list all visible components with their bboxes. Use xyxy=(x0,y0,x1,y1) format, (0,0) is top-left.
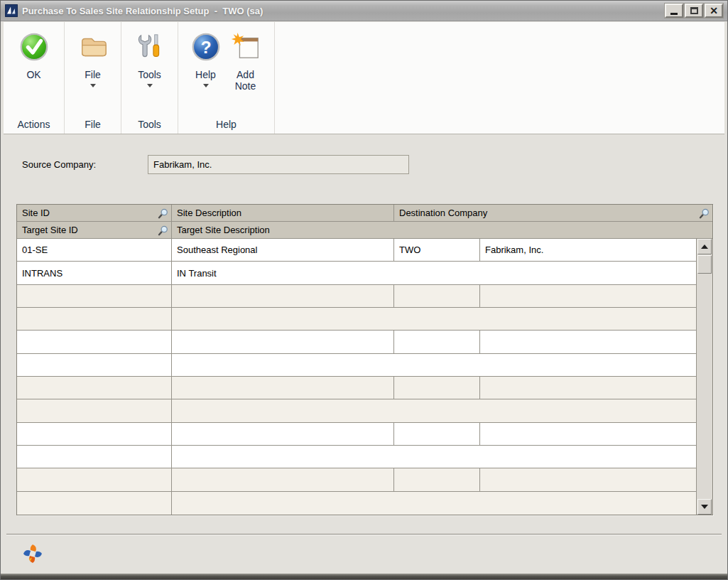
grid-record xyxy=(17,423,696,469)
cell-target-site-id[interactable] xyxy=(17,446,172,468)
cell-destination-company-id[interactable] xyxy=(394,377,480,399)
site-id-lookup-button[interactable] xyxy=(156,207,169,220)
grid-record-line1 xyxy=(17,377,696,399)
close-button[interactable]: ✕ xyxy=(705,4,723,18)
help-menu-label: Help xyxy=(195,69,216,80)
cell-destination-company-id[interactable] xyxy=(394,285,480,307)
cell-target-site-id[interactable] xyxy=(17,492,172,515)
ribbon-group-label-actions: Actions xyxy=(4,119,64,130)
ribbon-group-file: File File xyxy=(65,22,121,134)
help-menu-button[interactable]: ? Help xyxy=(188,31,224,89)
file-menu-button[interactable]: File xyxy=(75,31,111,89)
cell-target-site-id[interactable] xyxy=(17,354,172,376)
cell-target-site-id[interactable] xyxy=(17,399,172,421)
minimize-button[interactable] xyxy=(665,4,683,18)
cell-destination-company-name[interactable] xyxy=(480,377,696,399)
cell-site-description[interactable] xyxy=(172,468,394,491)
cell-target-site-description[interactable] xyxy=(172,492,696,515)
dynamics-gp-app-icon xyxy=(5,4,18,17)
column-header-destination-company: Destination Company xyxy=(394,205,712,221)
window-title: Purchase To Sales Site Relationship Setu… xyxy=(22,6,665,16)
target-site-id-lookup-button[interactable] xyxy=(156,224,169,237)
cell-site-id[interactable] xyxy=(17,468,172,491)
magnifier-icon xyxy=(158,208,168,219)
cell-destination-company-id[interactable] xyxy=(394,331,480,353)
grid-record-line1 xyxy=(17,468,696,492)
cell-target-site-description[interactable] xyxy=(172,354,696,376)
destination-company-lookup-button[interactable] xyxy=(697,207,710,220)
column-header-site-id: Site ID xyxy=(17,205,172,221)
cell-site-id[interactable] xyxy=(17,377,172,399)
grid-record-line2 xyxy=(17,308,696,331)
cell-destination-company-name[interactable] xyxy=(480,285,696,307)
grid-header-row-1: Site ID Site Description Destination Com… xyxy=(17,205,712,222)
column-header-site-description-label: Site Description xyxy=(177,208,241,218)
cell-site-id[interactable] xyxy=(17,423,172,445)
grid-record-line1 xyxy=(17,423,696,446)
grid-record-line2: INTRANS IN Transit xyxy=(17,262,696,284)
cell-site-description[interactable]: Southeast Regional xyxy=(172,239,394,261)
scroll-down-button[interactable] xyxy=(697,499,712,515)
ribbon-group-label-file: File xyxy=(65,119,121,130)
cell-destination-company-name[interactable] xyxy=(480,423,696,445)
cell-site-id[interactable] xyxy=(17,285,172,307)
cell-destination-company-name[interactable]: Fabrikam, Inc. xyxy=(480,239,696,261)
cell-destination-company-id[interactable]: TWO xyxy=(394,239,480,261)
ok-check-icon xyxy=(19,32,49,62)
column-header-destination-company-label: Destination Company xyxy=(399,208,487,218)
cell-site-description[interactable] xyxy=(172,423,394,445)
cell-site-id[interactable] xyxy=(17,331,172,353)
tools-menu-button[interactable]: Tools xyxy=(132,31,168,89)
grid-record xyxy=(17,468,696,515)
scrollbar-thumb[interactable] xyxy=(697,255,712,274)
grid-body: 01-SE Southeast Regional TWO Fabrikam, I… xyxy=(17,239,712,515)
maximize-icon xyxy=(690,7,698,14)
minimize-icon xyxy=(670,13,678,15)
titlebar[interactable]: Purchase To Sales Site Relationship Setu… xyxy=(1,1,727,21)
help-icon: ? xyxy=(191,32,221,62)
add-note-icon xyxy=(231,32,261,62)
add-note-label: Add Note xyxy=(229,69,262,92)
add-note-button[interactable]: Add Note xyxy=(227,31,265,93)
grid-record: 01-SE Southeast Regional TWO Fabrikam, I… xyxy=(17,239,696,285)
scroll-up-button[interactable] xyxy=(697,239,712,254)
column-header-target-site-id-label: Target Site ID xyxy=(22,225,78,235)
cell-destination-company-id[interactable] xyxy=(394,423,480,445)
cell-target-site-description[interactable]: IN Transit xyxy=(172,262,696,284)
grid-record-line2 xyxy=(17,492,696,515)
cell-destination-company-name[interactable] xyxy=(480,468,696,491)
grid-header-row-2: Target Site ID Target Site Description xyxy=(17,222,712,239)
app-window: Purchase To Sales Site Relationship Setu… xyxy=(0,0,728,580)
column-header-target-site-description: Target Site Description xyxy=(172,222,712,238)
cell-destination-company-id[interactable] xyxy=(394,468,480,491)
cell-target-site-description[interactable] xyxy=(172,446,696,468)
chevron-down-icon xyxy=(90,84,96,87)
cell-site-description[interactable] xyxy=(172,377,394,399)
grid-record-line1 xyxy=(17,331,696,353)
vertical-scrollbar[interactable] xyxy=(696,239,712,515)
cell-site-description[interactable] xyxy=(172,285,394,307)
cell-target-site-id[interactable] xyxy=(17,308,172,330)
maximize-button[interactable] xyxy=(685,4,703,18)
ribbon-group-help: ? Help Add Note Help xyxy=(178,22,275,134)
grid-record xyxy=(17,331,696,377)
column-header-site-description: Site Description xyxy=(172,205,394,221)
dynamics-gp-pinwheel-icon xyxy=(21,542,45,566)
window-bottom-frame xyxy=(1,574,727,579)
cell-target-site-description[interactable] xyxy=(172,308,696,330)
close-icon: ✕ xyxy=(710,6,718,16)
relationship-grid: Site ID Site Description Destination Com… xyxy=(16,204,713,515)
svg-text:?: ? xyxy=(200,38,211,57)
grid-record-line1 xyxy=(17,285,696,308)
cell-site-id[interactable]: 01-SE xyxy=(17,239,172,261)
ok-button[interactable]: OK xyxy=(16,31,52,82)
grid-record-line2 xyxy=(17,446,696,468)
scroll-down-icon xyxy=(701,505,708,509)
cell-target-site-description[interactable] xyxy=(172,399,696,421)
cell-destination-company-name[interactable] xyxy=(480,331,696,353)
ribbon-group-tools: Tools Tools xyxy=(121,22,178,134)
grid-record-line2 xyxy=(17,354,696,377)
cell-site-description[interactable] xyxy=(172,331,394,353)
cell-target-site-id[interactable]: INTRANS xyxy=(17,262,172,284)
grid-record xyxy=(17,377,696,423)
